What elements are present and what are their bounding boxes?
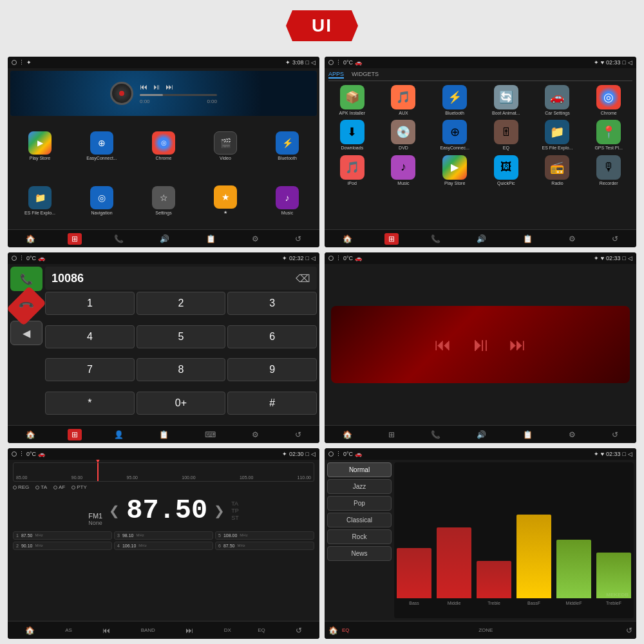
drawer-app-chrome2[interactable]: ◎ Chrome [585,85,632,116]
grid-btn-4[interactable]: ⊞ [384,429,399,440]
home-btn-1[interactable]: 🏠 [22,233,39,245]
gear-btn-1[interactable]: ⚙ [248,233,263,245]
prev-nav-btn-4[interactable]: 📞 [427,429,444,440]
back-btn-2[interactable]: ↺ [608,233,622,245]
home-btn-2[interactable]: 🏠 [339,233,356,245]
eq-bottom-label[interactable]: EQ [342,627,350,633]
gear-btn-2[interactable]: ⚙ [565,233,580,245]
grid-btn-1[interactable]: ⊞ [68,233,82,245]
opt-af[interactable]: AF [53,484,65,490]
preset-5[interactable]: 5 108.00 MHz [215,531,314,540]
next-btn[interactable]: ⏭ [166,82,173,91]
contacts-btn-3[interactable]: 👤 [110,429,128,440]
key-6[interactable]: 6 [227,325,317,348]
app-easyconnect[interactable]: ⊕ EasyConnect... [72,120,131,172]
preset-4[interactable]: 4 106.10 MHz [114,542,213,550]
back-btn-5[interactable]: ↺ [292,625,306,636]
preset-3[interactable]: 3 98.10 MHz [114,531,213,540]
drawer-app-recorder[interactable]: 🎙 Recorder [585,155,632,186]
play-pause-btn-4[interactable]: ⏯ [471,334,490,355]
key-4[interactable]: 4 [45,325,135,348]
drawer-app-bootanim[interactable]: 🔄 Boot Animat... [482,85,530,116]
back-nav-btn-4[interactable]: ↺ [608,429,622,440]
gear-btn-3[interactable]: ⚙ [248,429,263,440]
preset-pop[interactable]: Pop [327,496,392,511]
progress-bar[interactable] [140,94,217,96]
preset-1[interactable]: 1 87.50 MHz [13,531,112,540]
dx-btn[interactable]: DX [224,627,231,633]
freq-prev-btn[interactable]: ❮ [109,503,120,518]
drawer-app-radio[interactable]: 📻 Radio [534,155,582,186]
backspace-button[interactable]: ⌫ [296,272,310,285]
music-player-mini[interactable]: ⏮ ⏯ ⏭ 0:00 0:00 [10,71,317,116]
key-8[interactable]: 8 [137,358,226,381]
drawer-app-quickpic[interactable]: 🖼 QuickPic [482,155,530,186]
preset-news[interactable]: News [327,546,392,561]
opt-ta[interactable]: TA [35,484,47,490]
drawer-app-esfile2[interactable]: 📁 ES File Explo... [534,120,582,151]
drawer-app-playstore2[interactable]: ▶ Play Store [431,155,478,186]
grid-btn-3[interactable]: ⊞ [68,429,82,440]
drawer-app-dvd[interactable]: 💿 DVD [380,120,428,151]
app-play-store[interactable]: ▶ Play Store [10,120,70,172]
eq-btn-5[interactable]: EQ [258,627,265,633]
drawer-app-music2[interactable]: ♪ Music [380,155,428,186]
home-btn-4[interactable]: 🏠 [339,429,356,440]
home-btn-5[interactable]: 🏠 [21,625,39,636]
preset-jazz[interactable]: Jazz [327,479,392,494]
drawer-app-eq[interactable]: 🎚 EQ [482,120,530,151]
back-btn-3[interactable]: ↺ [291,429,305,440]
key-9[interactable]: 9 [227,358,317,381]
app-navigation[interactable]: ◎ Navigation [72,175,131,227]
list-btn-2[interactable]: 📋 [519,233,536,245]
prev-btn-5[interactable]: ⏮ [99,625,114,636]
app-settings[interactable]: ☆ Settings [134,175,193,227]
drawer-app-downloads[interactable]: ⬇ Downloads [328,120,376,151]
mute-button[interactable]: ◀ [10,321,43,345]
app-video[interactable]: 🎬 Video [196,120,255,172]
tab-widgets[interactable]: WIDGETS [352,71,379,79]
drawer-app-aux[interactable]: 🎵 AUX [380,85,428,116]
key-1[interactable]: 1 [45,292,135,315]
sound-btn-2[interactable]: 🔊 [473,233,490,245]
key-star[interactable]: * [45,392,135,415]
key-2[interactable]: 2 [137,292,226,315]
app-music[interactable]: ♪ Music [258,175,317,227]
home-btn-6[interactable]: 🏠 [325,625,342,636]
drawer-app-carsettings[interactable]: 🚗 Car Settings [534,85,582,116]
app-bluetooth[interactable]: ⚡ Bluetooth [258,120,317,172]
app-star[interactable]: ★ ★ [196,175,255,227]
drawer-app-easyconnect2[interactable]: ⊕ EasyConnec... [431,120,478,151]
as-btn[interactable]: AS [65,627,72,633]
prev-btn-4[interactable]: ⏮ [435,335,451,355]
calllog-btn-3[interactable]: 📋 [155,429,173,440]
next-btn-4[interactable]: ⏭ [509,335,526,355]
grid-btn-2[interactable]: ⊞ [384,233,399,245]
sound-btn-1[interactable]: 🔊 [156,233,173,245]
big-player[interactable]: ⏮ ⏯ ⏭ [331,306,630,383]
preset-6[interactable]: 6 87.50 MHz [215,542,314,550]
list-nav-btn-4[interactable]: 📋 [519,429,536,440]
key-hash[interactable]: # [227,392,317,415]
drawer-app-bluetooth2[interactable]: ⚡ Bluetooth [431,85,478,116]
music-nav-btn-4[interactable]: 🔊 [473,429,490,440]
drawer-app-apk[interactable]: 📦 APK Installer [328,85,376,116]
opt-reg[interactable]: REG [13,484,29,490]
end-call-button[interactable]: 📞 [8,286,46,326]
app-chrome[interactable]: ◎ Chrome [134,120,193,172]
band-btn[interactable]: BAND [141,627,155,633]
preset-2[interactable]: 2 90.10 MHz [13,542,112,550]
list-btn-1[interactable]: 📋 [202,233,220,245]
back-btn-6[interactable]: ↺ [622,625,636,636]
key-3[interactable]: 3 [227,292,317,315]
back-btn-1[interactable]: ↺ [291,233,305,245]
key-5[interactable]: 5 [137,325,226,348]
zone-label[interactable]: ZONE [478,627,493,633]
app-es-file[interactable]: 📁 ES File Explo... [10,175,70,227]
prev-btn[interactable]: ⏮ [140,82,147,91]
drawer-app-gps[interactable]: 📍 GPS Test Pl... [585,120,632,151]
phone-btn-2[interactable]: 📞 [427,233,444,245]
opt-pty[interactable]: PTY [71,484,87,490]
next-btn-5[interactable]: ⏭ [182,625,197,636]
preset-normal[interactable]: Normal [327,462,392,477]
